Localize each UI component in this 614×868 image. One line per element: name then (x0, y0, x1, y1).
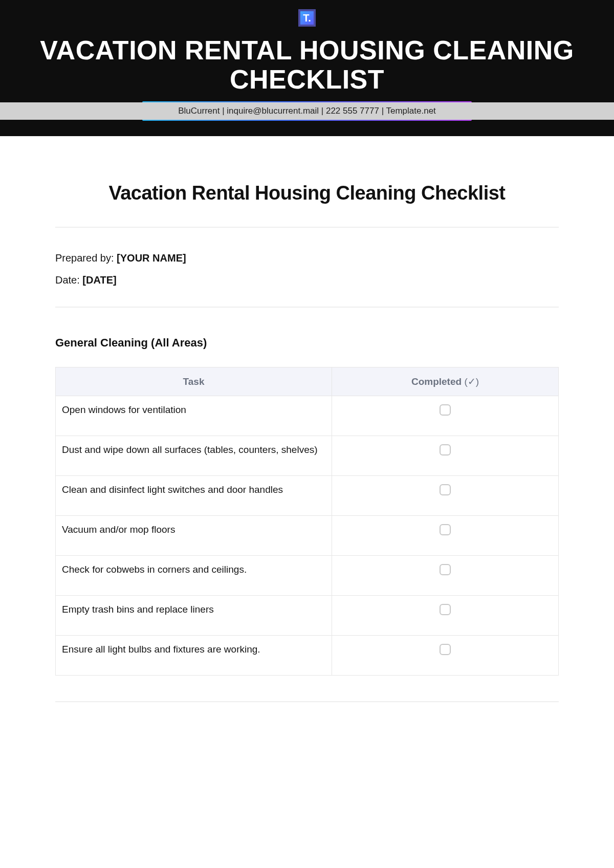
table-row: Open windows for ventilation (56, 396, 559, 436)
divider (55, 307, 559, 308)
checkbox-icon[interactable] (440, 484, 451, 495)
prepared-by-label: Prepared by: (55, 252, 117, 264)
document-content: Vacation Rental Housing Cleaning Checkli… (0, 136, 614, 702)
table-row: Ensure all light bulbs and fixtures are … (56, 636, 559, 676)
checkbox-cell (332, 556, 559, 596)
checkbox-cell (332, 436, 559, 476)
table-row: Empty trash bins and replace liners (56, 596, 559, 636)
banner-header: T. VACATION RENTAL HOUSING CLEANING CHEC… (0, 0, 614, 136)
checkbox-cell (332, 476, 559, 516)
table-row: Clean and disinfect light switches and d… (56, 476, 559, 516)
table-header-row: Task Completed (✓) (56, 367, 559, 396)
checkbox-icon[interactable] (440, 524, 451, 535)
checklist-table: Task Completed (✓) Open windows for vent… (55, 367, 559, 676)
date-value: [DATE] (82, 274, 116, 286)
prepared-by-value: [YOUR NAME] (117, 252, 186, 264)
section-title: General Cleaning (All Areas) (55, 336, 559, 350)
checkbox-cell (332, 636, 559, 676)
prepared-by-field: Prepared by: [YOUR NAME] (55, 252, 559, 264)
divider (55, 701, 559, 702)
table-row: Vacuum and/or mop floors (56, 516, 559, 556)
task-cell: Dust and wipe down all surfaces (tables,… (56, 436, 332, 476)
date-label: Date: (55, 274, 82, 286)
task-cell: Vacuum and/or mop floors (56, 516, 332, 556)
table-row: Dust and wipe down all surfaces (tables,… (56, 436, 559, 476)
divider (55, 227, 559, 228)
checkbox-cell (332, 516, 559, 556)
table-row: Check for cobwebs in corners and ceiling… (56, 556, 559, 596)
checkbox-icon[interactable] (440, 404, 451, 416)
task-cell: Empty trash bins and replace liners (56, 596, 332, 636)
document-title: Vacation Rental Housing Cleaning Checkli… (55, 182, 559, 204)
info-bar: BluCurrent | inquire@blucurrent.mail | 2… (0, 102, 614, 120)
banner-title: VACATION RENTAL HOUSING CLEANING CHECKLI… (0, 36, 614, 101)
task-cell: Open windows for ventilation (56, 396, 332, 436)
task-cell: Ensure all light bulbs and fixtures are … (56, 636, 332, 676)
checkbox-cell (332, 396, 559, 436)
banner-bottom-strip (0, 121, 614, 136)
col-completed: Completed (✓) (332, 367, 559, 396)
logo-icon: T. (298, 9, 316, 27)
checkbox-icon[interactable] (440, 644, 451, 655)
checkbox-icon[interactable] (440, 604, 451, 615)
checkbox-icon[interactable] (440, 564, 451, 575)
gradient-bar: BluCurrent | inquire@blucurrent.mail | 2… (142, 101, 472, 121)
task-cell: Check for cobwebs in corners and ceiling… (56, 556, 332, 596)
checkbox-icon[interactable] (440, 444, 451, 455)
task-cell: Clean and disinfect light switches and d… (56, 476, 332, 516)
logo-wrap: T. (0, 9, 614, 27)
date-field: Date: [DATE] (55, 274, 559, 286)
col-task: Task (56, 367, 332, 396)
checkbox-cell (332, 596, 559, 636)
